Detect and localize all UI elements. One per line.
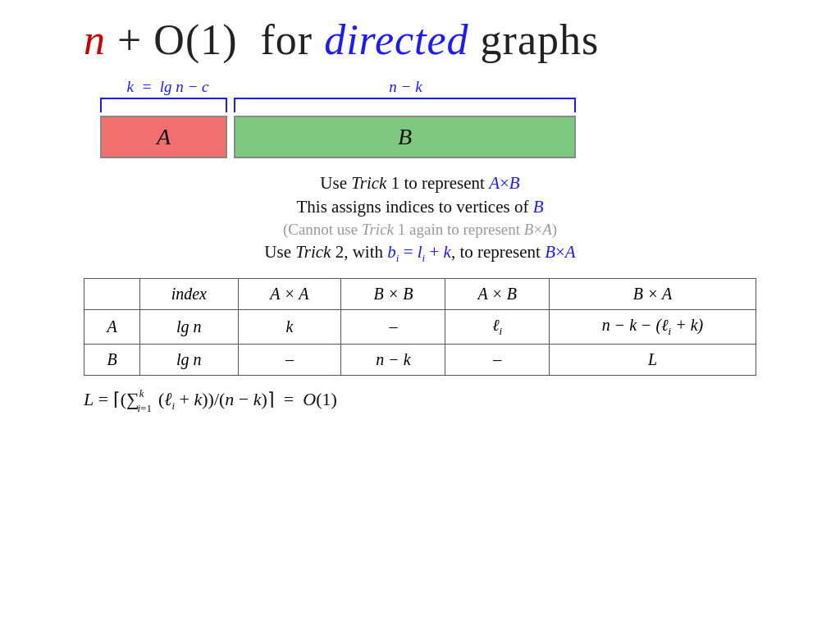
table-header-row: index A × A B × B A × B B × A (84, 279, 756, 310)
text-line1: Use Trick 1 to represent A×B (84, 173, 756, 194)
formula-section: L = ⌈(∑ki=1(ℓi + k))/(n − k)⌉ = O(1) (84, 389, 756, 413)
row-a-ab: ℓi (445, 310, 549, 345)
text-line2: This assigns indices to vertices of B (84, 197, 756, 217)
row-b-ab: – (445, 345, 549, 376)
row-b-ba: L (549, 345, 756, 376)
table-section: index A × A B × B A × B B × A A lg n k –… (84, 278, 756, 376)
col-index: index (140, 279, 238, 310)
page-container: n + O(1) for directed graphs k = lg n − … (84, 16, 756, 413)
block-b: B (234, 116, 576, 158)
col-ab: A × B (445, 279, 549, 310)
row-a-label: A (84, 310, 140, 345)
brace-a (100, 98, 227, 112)
row-b-label: B (84, 345, 140, 376)
row-b-index: lg n (140, 345, 238, 376)
table-row-a: A lg n k – ℓi n − k − (ℓi + k) (84, 310, 756, 345)
text-line3: (Cannot use Trick 1 again to represent B… (84, 221, 756, 239)
title-plus-o1: + O(1) (117, 16, 261, 63)
blocks-row: A B (100, 116, 576, 158)
title-for: for (261, 16, 325, 63)
braces-row (100, 98, 576, 112)
title-n: n (84, 16, 106, 63)
block-a: A (100, 116, 227, 158)
title-graphs: graphs (469, 16, 600, 63)
label-nk: n − k (231, 78, 580, 96)
text-line4: Use Trick 2, with bi = li + k, to repres… (84, 242, 756, 265)
data-table: index A × A B × B A × B B × A A lg n k –… (84, 278, 756, 376)
row-a-index: lg n (140, 310, 238, 345)
table-row-b: B lg n – n − k – L (84, 345, 756, 376)
col-aa: A × A (238, 279, 341, 310)
label-k: k = lg n − c (104, 78, 231, 96)
col-bb: B × B (341, 279, 445, 310)
text-section: Use Trick 1 to represent A×B This assign… (84, 173, 756, 265)
col-ba: B × A (549, 279, 756, 310)
row-a-bb: – (341, 310, 445, 345)
title: n + O(1) for directed graphs (84, 16, 756, 63)
row-b-bb: n − k (341, 345, 445, 376)
row-a-aa: k (238, 310, 341, 345)
title-directed: directed (324, 16, 468, 63)
col-empty (84, 279, 140, 310)
brace-labels-row: k = lg n − c n − k (104, 78, 580, 96)
diagram-section: k = lg n − c n − k A B (84, 78, 592, 158)
row-a-ba: n − k − (ℓi + k) (549, 310, 756, 345)
brace-b (234, 98, 576, 112)
row-b-aa: – (238, 345, 341, 376)
